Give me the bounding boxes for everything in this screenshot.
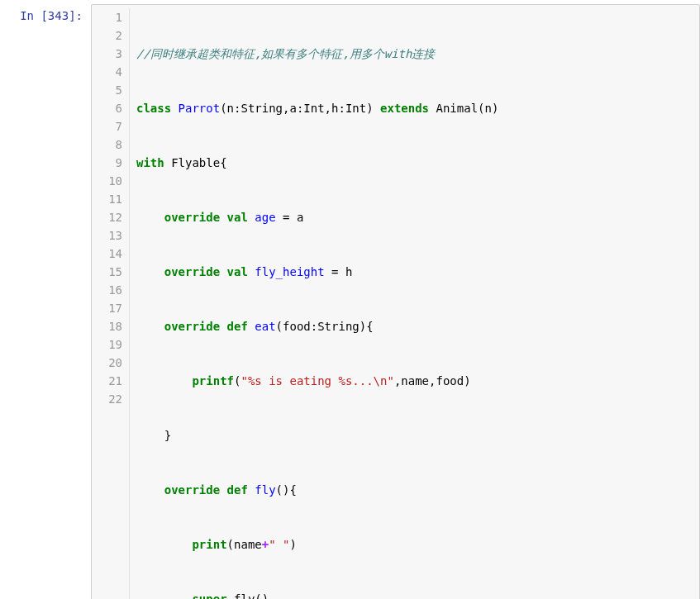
- line-number: 2: [92, 26, 122, 45]
- line-number: 9: [92, 154, 122, 172]
- line-number-gutter: 1 2 3 4 5 6 7 8 9 10 11 12 13 14 15 16 1…: [92, 8, 130, 599]
- line-number: 15: [92, 263, 122, 281]
- code-line: super.fly(): [136, 590, 699, 599]
- line-number: 21: [92, 372, 122, 390]
- code-line: }: [136, 426, 699, 444]
- code-editor[interactable]: 1 2 3 4 5 6 7 8 9 10 11 12 13 14 15 16 1…: [91, 4, 700, 599]
- code-line: override def eat(food:String){: [136, 317, 699, 335]
- line-number: 16: [92, 281, 122, 299]
- line-number: 10: [92, 172, 122, 190]
- line-number: 4: [92, 63, 122, 81]
- input-prompt: In [343]:: [0, 4, 91, 22]
- line-number: 8: [92, 135, 122, 154]
- code-line: override def fly(){: [136, 481, 699, 499]
- line-number: 7: [92, 117, 122, 135]
- line-number: 13: [92, 226, 122, 245]
- line-number: 17: [92, 299, 122, 317]
- code-line: printf("%s is eating %s...\n",name,food): [136, 372, 699, 390]
- line-number: 6: [92, 99, 122, 117]
- code-content[interactable]: //同时继承超类和特征,如果有多个特征,用多个with连接 class Parr…: [130, 8, 699, 599]
- code-line: class Parrot(n:String,a:Int,h:Int) exten…: [136, 99, 699, 117]
- line-number: 14: [92, 245, 122, 263]
- code-line: override val age = a: [136, 208, 699, 226]
- line-number: 5: [92, 81, 122, 99]
- code-line: //同时继承超类和特征,如果有多个特征,用多个with连接: [136, 45, 699, 63]
- line-number: 3: [92, 45, 122, 63]
- line-number: 20: [92, 354, 122, 372]
- code-line: override val fly_height = h: [136, 263, 699, 281]
- line-number: 1: [92, 8, 122, 26]
- code-line: with Flyable{: [136, 154, 699, 172]
- line-number: 22: [92, 390, 122, 408]
- line-number: 11: [92, 190, 122, 208]
- line-number: 19: [92, 335, 122, 354]
- line-number: 12: [92, 208, 122, 226]
- input-cell: In [343]: 1 2 3 4 5 6 7 8 9 10 11 12 13 …: [0, 0, 700, 599]
- line-number: 18: [92, 317, 122, 335]
- code-line: print(name+" "): [136, 535, 699, 554]
